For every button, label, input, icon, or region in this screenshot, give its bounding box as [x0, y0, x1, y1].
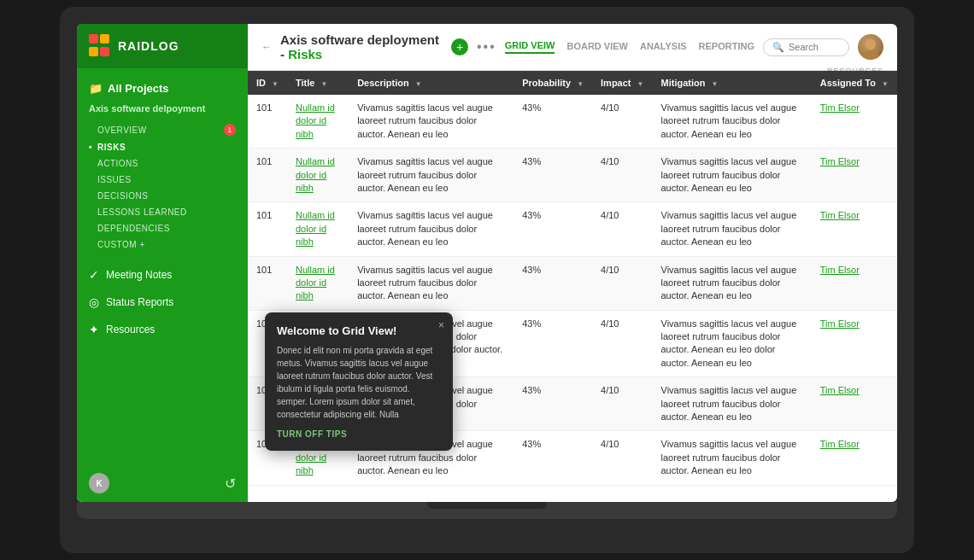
- more-options-button[interactable]: •••: [477, 39, 496, 55]
- cell-impact-4: 4/10: [592, 310, 652, 377]
- sidebar-item-lessons[interactable]: LESSONS LEARNED: [77, 204, 248, 220]
- sub-nav: OVERVIEW 1 RISKS ACTIONS ISSUES DECISION…: [77, 120, 248, 253]
- tooltip-body: Donec id elit non mi porta gravida at eg…: [277, 344, 441, 421]
- search-box[interactable]: 🔍: [763, 38, 849, 56]
- cell-impact-0: 4/10: [592, 95, 652, 149]
- assigned-link-0[interactable]: Tim Elsor: [820, 102, 860, 113]
- tab-grid-view[interactable]: GRID VEIW: [505, 40, 555, 54]
- top-bar: ← Axis software deployment - Risks + •••…: [248, 24, 897, 71]
- assigned-link-2[interactable]: Tim Elsor: [820, 210, 860, 220]
- col-id: ID ▼: [248, 71, 287, 95]
- title-link-3[interactable]: Nullam id dolor id nibh: [296, 265, 335, 301]
- sort-assigned-icon[interactable]: ▼: [882, 80, 889, 88]
- assigned-link-4[interactable]: Tim Elsor: [820, 318, 860, 329]
- screen: RAIDLOG 📁 All Projects Axis software del…: [77, 24, 897, 502]
- logo-text: RAIDLOG: [118, 39, 179, 53]
- cell-probability-5: 43%: [513, 377, 592, 431]
- cell-impact-1: 4/10: [592, 149, 652, 202]
- title-separator: -: [280, 47, 288, 61]
- sort-description-icon[interactable]: ▼: [415, 80, 422, 88]
- sort-title-icon[interactable]: ▼: [320, 80, 327, 88]
- section-title-text: Risks: [288, 47, 322, 61]
- sidebar-footer: K ↺: [77, 464, 248, 502]
- sort-mitigation-icon[interactable]: ▼: [712, 80, 719, 88]
- svg-point-0: [865, 39, 876, 50]
- tab-analysis[interactable]: ANALYSIS: [640, 41, 687, 53]
- title-link-2[interactable]: Nullam id dolor id nibh: [296, 210, 335, 247]
- cell-probability-2: 43%: [513, 202, 592, 256]
- project-title-text: Axis software deployment: [280, 32, 439, 47]
- cell-mitigation-0: Vivamus sagittis lacus vel augue laoreet…: [653, 95, 812, 149]
- title-link-0[interactable]: Nullam id dolor id nibh: [296, 102, 335, 139]
- tab-board-view[interactable]: BOARD VIEW: [566, 41, 628, 53]
- col-mitigation: Mitigation ▼: [653, 71, 812, 95]
- sidebar-item-actions[interactable]: ACTIONS: [77, 155, 248, 172]
- sidebar-item-custom[interactable]: CUSTOM +: [77, 236, 248, 253]
- overview-badge: 1: [224, 124, 236, 136]
- cell-description-2: Vivamus sagittis lacus vel augue laoreet…: [349, 202, 513, 256]
- user-avatar-k[interactable]: K: [89, 473, 109, 493]
- col-probability: Probability ▼: [513, 71, 592, 95]
- cell-title-1: Nullam id dolor id nibh: [287, 149, 349, 202]
- sidebar-item-overview[interactable]: OVERVIEW 1: [77, 120, 248, 139]
- svg-point-1: [862, 51, 879, 60]
- user-profile-avatar[interactable]: [858, 34, 883, 60]
- cell-id-0: 101: [248, 95, 287, 149]
- project-name[interactable]: Axis software delpoyment: [77, 100, 248, 117]
- view-tabs: GRID VEIW BOARD VIEW ANALYSIS REPORTING: [505, 40, 754, 54]
- assigned-link-1[interactable]: Tim Elsor: [820, 156, 860, 166]
- search-input[interactable]: [789, 42, 840, 52]
- sort-impact-icon[interactable]: ▼: [637, 80, 644, 88]
- refresh-icon[interactable]: ↺: [225, 475, 236, 492]
- sidebar-section-meeting-notes[interactable]: ✓ Meeting Notes: [77, 261, 248, 289]
- cell-assigned-0: Tim Elsor: [812, 95, 897, 149]
- cell-description-0: Vivamus sagittis lacus vel augue laoreet…: [349, 95, 513, 149]
- sidebar-item-risks[interactable]: RISKS: [77, 139, 248, 155]
- resources-label: Resources: [106, 324, 155, 335]
- checkmark-icon: ✓: [89, 268, 99, 282]
- tab-reporting[interactable]: REPORTING: [699, 41, 754, 53]
- turn-off-tips-button[interactable]: TURN OFF TIPS: [277, 429, 441, 439]
- cell-title-2: Nullam id dolor id nibh: [287, 202, 349, 256]
- cell-mitigation-2: Vivamus sagittis lacus vel augue laoreet…: [653, 202, 812, 256]
- cell-mitigation-4: Vivamus sagittis lacus vel augue laoreet…: [653, 310, 812, 377]
- sidebar-section-status-reports[interactable]: ◎ Status Reports: [77, 289, 248, 316]
- resources-icon: ✦: [89, 323, 99, 336]
- tooltip-close-button[interactable]: ×: [438, 319, 444, 331]
- cell-probability-0: 43%: [513, 95, 592, 149]
- cell-assigned-6: Tim Elsor: [812, 431, 897, 485]
- laptop-shell: RAIDLOG 📁 All Projects Axis software del…: [60, 7, 914, 553]
- table-header-row: ID ▼ Title ▼ Description ▼: [248, 71, 897, 95]
- laptop-base: [77, 502, 897, 519]
- add-risk-button[interactable]: +: [451, 38, 468, 55]
- cell-assigned-3: Tim Elsor: [812, 256, 897, 310]
- folder-icon: 📁: [89, 82, 103, 95]
- assigned-link-6[interactable]: Tim Elsor: [820, 439, 860, 449]
- cell-mitigation-6: Vivamus sagittis lacus vel augue laoreet…: [653, 431, 812, 485]
- table-row: 101 Nullam id dolor id nibh Vivamus sagi…: [248, 202, 897, 256]
- logo-area: RAIDLOG: [77, 24, 248, 68]
- table-row: 101 Nullam id dolor id nibh Vivamus sagi…: [248, 256, 897, 310]
- cell-probability-1: 43%: [513, 149, 592, 202]
- cell-assigned-4: Tim Elsor: [812, 310, 897, 377]
- col-assigned-to: Assigned To ▼: [812, 71, 897, 95]
- cell-impact-6: 4/10: [592, 431, 652, 485]
- sidebar-section-resources[interactable]: ✦ Resources: [77, 316, 248, 343]
- all-projects-link[interactable]: 📁 All Projects: [77, 77, 248, 100]
- title-link-1[interactable]: Nullam id dolor id nibh: [296, 156, 335, 193]
- col-impact: Impact ▼: [592, 71, 652, 95]
- sort-id-icon[interactable]: ▼: [272, 80, 279, 88]
- cell-description-3: Vivamus sagittis lacus vel augue laoreet…: [349, 256, 513, 310]
- sidebar-item-decisions[interactable]: DECISIONS: [77, 188, 248, 204]
- sidebar-nav: 📁 All Projects Axis software delpoyment …: [77, 68, 248, 464]
- assigned-link-5[interactable]: Tim Elsor: [820, 385, 860, 395]
- sidebar-item-issues[interactable]: ISSUES: [77, 172, 248, 188]
- back-button[interactable]: ←: [261, 41, 272, 53]
- sort-probability-icon[interactable]: ▼: [577, 80, 584, 88]
- cell-id-3: 101: [248, 256, 287, 310]
- table-row: 101 Nullam id dolor id nibh Vivamus sagi…: [248, 95, 897, 149]
- cell-title-0: Nullam id dolor id nibh: [287, 95, 349, 149]
- assigned-link-3[interactable]: Tim Elsor: [820, 265, 860, 275]
- cell-assigned-1: Tim Elsor: [812, 149, 897, 202]
- sidebar-item-dependencies[interactable]: DEPENDENCIES: [77, 220, 248, 236]
